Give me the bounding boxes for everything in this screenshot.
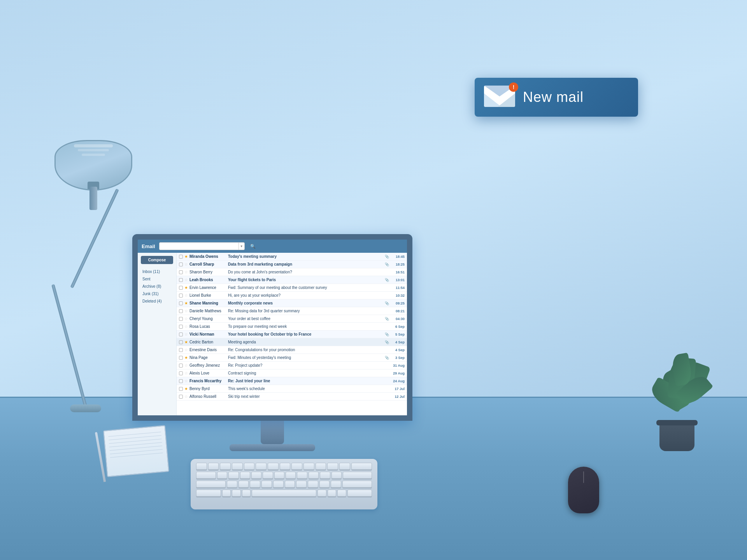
sidebar-item-sent[interactable]: Sent (141, 276, 173, 282)
star-icon[interactable]: ☆ (184, 317, 188, 321)
star-icon[interactable]: ★ (184, 285, 188, 290)
key (286, 472, 296, 479)
key (196, 463, 207, 470)
email-time: 4 Sep (391, 340, 405, 344)
email-checkbox[interactable] (179, 332, 183, 336)
email-checkbox[interactable] (179, 356, 183, 360)
compose-button[interactable]: Compose (141, 256, 173, 264)
star-icon[interactable]: ☆ (184, 293, 188, 298)
email-row[interactable]: ★ Ervin Lawrence Fwd: Summary of our mee… (177, 284, 407, 292)
email-row[interactable]: ☆ Ernestine Davis Re: Congratulations fo… (177, 346, 407, 354)
star-icon[interactable]: ☆ (184, 309, 188, 313)
email-row[interactable]: ☆ Vicki Norman Your hotel booking for Oc… (177, 331, 407, 338)
sidebar-item-archive[interactable]: Archive (8) (141, 284, 173, 289)
email-row[interactable]: ☆ Lionel Burke Hi, are you at your workp… (177, 292, 407, 299)
email-row[interactable]: ☆ Sharon Berry Do you come at John's pre… (177, 268, 407, 276)
star-icon[interactable]: ☆ (184, 270, 188, 274)
email-time: 12 Jul (391, 395, 405, 399)
email-row[interactable]: ☆ Geoffrey Jimenez Re: Project update? 3… (177, 362, 407, 369)
email-checkbox[interactable] (179, 278, 183, 282)
email-checkbox[interactable] (179, 270, 183, 274)
email-row[interactable]: ☆ Alexis Love Contract signing 29 Aug (177, 369, 407, 377)
sidebar-item-deleted[interactable]: Deleted (4) (141, 298, 173, 304)
email-time: 13:01 (391, 278, 405, 282)
email-row[interactable]: ☆ Carroll Sharp Data from 3rd marketing … (177, 261, 407, 268)
key (273, 481, 284, 488)
email-checkbox[interactable] (179, 340, 183, 344)
key (308, 481, 318, 488)
email-row[interactable]: ☆ Danielle Matthews Re: Missing data for… (177, 307, 407, 315)
email-subject: Your hotel booking for October trip to F… (228, 332, 383, 336)
email-row[interactable]: ☆ Leah Brooks Your flight tickets to Par… (177, 276, 407, 284)
email-subject: Re: Just tried your line (228, 379, 382, 383)
email-checkbox[interactable] (179, 364, 183, 368)
star-icon[interactable]: ★ (184, 254, 188, 259)
key (227, 481, 237, 488)
key (342, 481, 372, 488)
star-icon[interactable]: ☆ (184, 379, 188, 383)
email-checkbox[interactable] (179, 309, 183, 313)
email-checkbox[interactable] (179, 286, 183, 290)
search-input[interactable] (160, 244, 238, 248)
email-subject: This week's schedule (228, 387, 382, 391)
key (220, 463, 231, 470)
star-icon[interactable]: ☆ (184, 332, 188, 336)
email-row[interactable]: ★ Shane Manning Monthly corporate news 📎… (177, 299, 407, 307)
email-checkbox[interactable] (179, 371, 183, 375)
star-icon[interactable]: ★ (184, 387, 188, 391)
email-subject: Today's meeting summary (228, 254, 383, 259)
monitor-stand-base (230, 444, 315, 451)
email-time: 6 Sep (391, 325, 405, 329)
key (347, 490, 372, 497)
email-checkbox[interactable] (179, 387, 183, 391)
search-bar[interactable]: ▼ (159, 242, 245, 250)
email-row[interactable]: ☆ Rosa Lucas To prepare our meeting next… (177, 323, 407, 331)
email-sender: Leah Brooks (189, 278, 226, 282)
sidebar-item-inbox[interactable]: Inbox (11) (141, 269, 173, 275)
email-subject: Meeting agenda (228, 340, 383, 344)
email-header: Email ▼ 🔍 (138, 240, 407, 253)
email-checkbox[interactable] (179, 325, 183, 329)
star-icon[interactable]: ☆ (184, 363, 188, 368)
star-icon[interactable]: ☆ (184, 394, 188, 399)
star-icon[interactable]: ☆ (184, 278, 188, 282)
key (339, 463, 350, 470)
star-icon[interactable]: ☆ (184, 262, 188, 266)
email-time: 11:54 (391, 286, 405, 290)
email-checkbox[interactable] (179, 348, 183, 352)
star-icon[interactable]: ☆ (184, 324, 188, 329)
new-mail-notification[interactable]: ! New mail (475, 78, 638, 117)
email-row[interactable]: ★ Miranda Owens Today's meeting summary … (177, 253, 407, 261)
envelope-icon: ! (484, 86, 515, 109)
email-app: Email ▼ 🔍 Compose Inbox (11) Sent (138, 240, 407, 415)
star-icon[interactable]: ★ (184, 355, 188, 360)
email-row[interactable]: ☆ Cheryl Young Your order at best coffee… (177, 315, 407, 323)
email-checkbox[interactable] (179, 301, 183, 305)
email-subject: To prepare our meeting next week (228, 324, 382, 329)
key (337, 490, 346, 497)
email-checkbox[interactable] (179, 262, 183, 266)
key (280, 463, 291, 470)
star-icon[interactable]: ★ (184, 301, 188, 305)
email-time: 18:25 (391, 262, 405, 266)
sidebar-item-junk[interactable]: Junk (31) (141, 291, 173, 297)
email-checkbox[interactable] (179, 294, 183, 298)
email-row[interactable]: ★ Cedric Barton Meeting agenda 📎 4 Sep (177, 338, 407, 346)
email-row[interactable]: ☆ Francis Mccarthy Re: Just tried your l… (177, 377, 407, 385)
star-icon[interactable]: ★ (184, 340, 188, 344)
search-button[interactable]: 🔍 (249, 242, 257, 250)
email-row[interactable]: ★ Benny Byrd This week's schedule 17 Jul (177, 385, 407, 393)
email-list: ★ Miranda Owens Today's meeting summary … (177, 253, 407, 415)
email-row[interactable]: ★ Nina Page Fwd: Minutes of yesterday's … (177, 354, 407, 362)
attachment-icon: 📎 (385, 255, 389, 259)
email-checkbox[interactable] (179, 395, 183, 399)
email-row[interactable]: ☆ Alfonso Russell Ski trip next winter 1… (177, 393, 407, 401)
key (222, 490, 231, 497)
email-time: 3 Sep (391, 356, 405, 360)
star-icon[interactable]: ☆ (184, 371, 188, 375)
key (296, 481, 307, 488)
email-checkbox[interactable] (179, 317, 183, 321)
star-icon[interactable]: ☆ (184, 348, 188, 352)
email-checkbox[interactable] (179, 255, 183, 259)
email-checkbox[interactable] (179, 379, 183, 383)
